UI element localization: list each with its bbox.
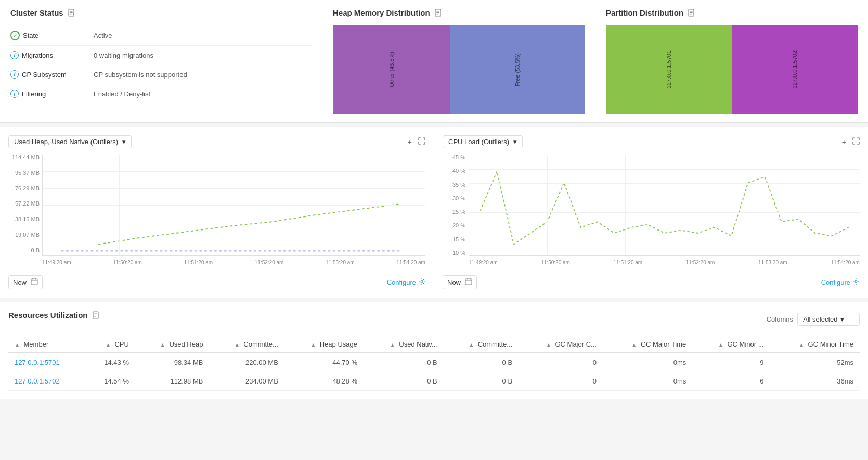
th-gc-minor-time[interactable]: ▲ GC Minor Time [770,336,860,353]
cpu-load-configure-icon [852,278,860,287]
cpu-load-calendar-icon[interactable] [465,278,472,287]
sort-icon-committed-heap: ▲ [235,342,240,348]
status-value-filtering: Enabled / Deny-list [94,90,312,98]
status-value-cp-subsystem: CP subsystem is not supported [94,71,312,79]
cell-member-1[interactable]: 127.0.0.1:5702 [8,372,85,391]
heap-memory-title: Heap Memory Distribution [333,8,585,17]
heap-memory-doc-icon[interactable] [434,9,443,17]
heap-segment-free: Free (53.5%) [450,25,585,114]
sort-icon-member: ▲ [15,342,20,348]
resources-title: Resources Utilization [8,311,100,320]
cpu-load-expand-icon[interactable] [852,137,860,146]
sort-icon-gc-major-count: ▲ [546,342,551,348]
resources-table-body: 127.0.0.1:5701 14.43 % 98.34 MB 220.00 M… [8,353,860,391]
cpu-load-line-svg [469,155,860,255]
used-heap-time-input[interactable]: Now [8,275,43,289]
cell-gc-minor-time-0: 52ms [770,353,860,372]
table-row: 127.0.0.1:5701 14.43 % 98.34 MB 220.00 M… [8,353,860,372]
cpu-load-configure-link[interactable]: Configure [821,278,860,287]
partition-segment-5701-label: 127.0.0.1:5701 [666,50,672,88]
used-heap-expand-icon[interactable] [418,137,425,146]
th-gc-major-count[interactable]: ▲ GC Major C... [519,336,603,353]
cpu-load-add-icon[interactable]: + [842,138,846,146]
th-gc-major-time[interactable]: ▲ GC Major Time [603,336,692,353]
used-heap-time-value: Now [13,278,27,286]
status-label-state: ✓ State [10,31,94,40]
used-heap-configure-link[interactable]: Configure [387,278,425,287]
th-heap-usage[interactable]: ▲ Heap Usage [284,336,364,353]
resources-doc-icon[interactable] [92,311,100,320]
cpu-load-chevron-icon: ▾ [513,138,517,146]
used-heap-calendar-icon[interactable] [31,278,38,287]
sort-icon-gc-minor-time: ▲ [799,342,804,348]
partition-segment-5701: 127.0.0.1:5701 [606,25,732,114]
cpu-load-chart-actions: + [842,137,860,146]
th-member[interactable]: ▲ Member [8,336,85,353]
cell-gc-major-time-0: 0ms [603,353,692,372]
cpu-y-label-7: 10 % [443,250,465,256]
cpu-load-dropdown[interactable]: CPU Load (Outliers) ▾ [443,135,523,148]
y-label-3: 57.22 MB [8,201,40,207]
status-value-migrations: 0 waiting migrations [94,52,312,59]
cpu-load-chart-area: 45 % 40 % 35 % 30 % 25 % 20 % 15 % 10 % [443,155,860,269]
th-committed-heap[interactable]: ▲ Committe... [209,336,284,353]
resources-section: Resources Utilization Columns All select… [0,302,868,399]
cell-used-native-1: 0 B [364,372,444,391]
cell-cpu-1: 14.54 % [85,372,135,391]
status-row-cp-subsystem: i CP Subsystem CP subsystem is not suppo… [10,65,312,84]
y-label-4: 38.15 MB [8,216,40,222]
cluster-status-doc-icon[interactable] [68,9,76,17]
cell-gc-minor-count-1: 6 [692,372,770,391]
cell-used-native-0: 0 B [364,353,444,372]
sort-icon-used-heap: ▲ [160,342,165,348]
cpu-load-y-axis: 45 % 40 % 35 % 30 % 25 % 20 % 15 % 10 % [443,155,469,256]
x-label-cpu-2: 11:51:20 am [614,260,643,265]
th-used-native[interactable]: ▲ Used Nativ... [364,336,444,353]
columns-dropdown[interactable]: All selected ▾ [797,313,860,326]
used-heap-x-axis: 11:49:20 am 11:50:20 am 11:51:20 am 11:5… [42,256,425,269]
heap-memory-panel: Heap Memory Distribution Other (46.5%) F… [322,0,595,122]
th-committed-native[interactable]: ▲ Committe... [444,336,519,353]
y-label-1: 95.37 MB [8,170,40,176]
migrations-info-icon: i [10,51,19,59]
cpu-y-label-0: 45 % [443,155,465,160]
x-label-heap-3: 11:52:20 am [255,260,284,265]
x-label-heap-2: 11:51:20 am [184,260,213,265]
cp-subsystem-info-icon: i [10,70,19,79]
cell-gc-major-count-0: 0 [519,353,603,372]
status-value-state: Active [94,32,312,40]
cpu-y-label-1: 40 % [443,168,465,174]
th-gc-minor-count[interactable]: ▲ GC Minor ... [692,336,770,353]
cell-member-0[interactable]: 127.0.0.1:5701 [8,353,85,372]
th-used-heap[interactable]: ▲ Used Heap [135,336,210,353]
cell-heap-usage-1: 48.28 % [284,372,364,391]
used-heap-chevron-icon: ▾ [122,138,126,146]
filtering-info-icon: i [10,90,19,98]
x-label-heap-4: 11:53:20 am [326,260,355,265]
charts-section: Used Heap, Used Native (Outliers) ▾ + 11… [0,127,868,298]
x-label-heap-0: 11:49:20 am [42,260,71,265]
y-label-6: 0 B [8,248,40,253]
svg-point-16 [421,280,423,283]
cell-used-heap-1: 112.98 MB [135,372,210,391]
resources-table: ▲ Member ▲ CPU ▲ Used Heap ▲ Committe...… [8,336,860,391]
cpu-load-time-input[interactable]: Now [443,275,477,289]
used-heap-configure-icon [418,278,425,287]
used-heap-chart-area: 114.44 MB 95.37 MB 76.29 MB 57.22 MB 38.… [8,155,425,269]
y-label-0: 114.44 MB [8,155,40,160]
columns-label: Columns [767,315,793,323]
cpu-load-chart-header: CPU Load (Outliers) ▾ + [443,135,860,148]
cell-gc-minor-count-0: 9 [692,353,770,372]
partition-distribution-doc-icon[interactable] [688,9,696,17]
cell-heap-usage-0: 44.70 % [284,353,364,372]
used-heap-add-icon[interactable]: + [408,138,412,146]
resources-table-header: ▲ Member ▲ CPU ▲ Used Heap ▲ Committe...… [8,336,860,353]
y-label-5: 19.07 MB [8,232,40,238]
status-label-migrations: i Migrations [10,51,94,59]
status-row-filtering: i Filtering Enabled / Deny-list [10,84,312,103]
th-cpu[interactable]: ▲ CPU [85,336,135,353]
used-heap-dropdown[interactable]: Used Heap, Used Native (Outliers) ▾ [8,135,132,148]
cpu-load-x-axis: 11:49:20 am 11:50:20 am 11:51:20 am 11:5… [469,256,860,269]
cell-gc-major-count-1: 0 [519,372,603,391]
cpu-y-label-6: 15 % [443,237,465,242]
